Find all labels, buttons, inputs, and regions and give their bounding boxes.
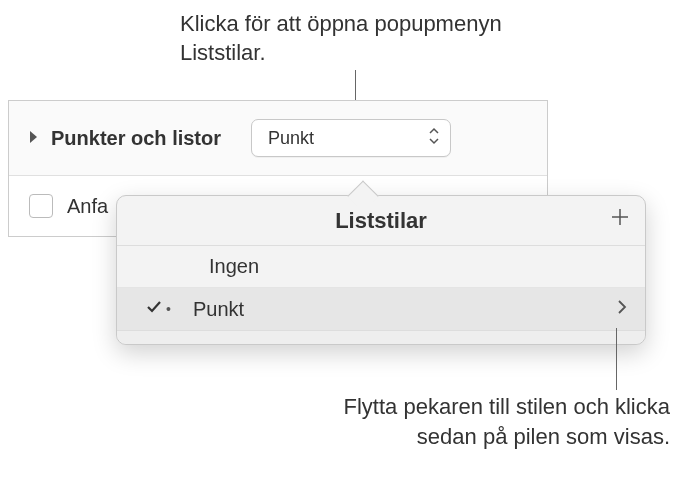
popover-footer	[117, 330, 645, 344]
chevron-up-down-icon	[428, 127, 440, 150]
list-item[interactable]: Ingen	[117, 246, 645, 288]
dropdown-value: Punkt	[268, 128, 314, 149]
callout-top: Klicka för att öppna popupmenyn Liststil…	[180, 10, 530, 67]
callout-bottom: Flytta pekaren till stilen och klicka se…	[290, 392, 670, 451]
list-style-dropdown[interactable]: Punkt	[251, 119, 451, 157]
chevron-right-icon[interactable]	[617, 299, 627, 320]
list-item[interactable]: • Punkt	[117, 288, 645, 330]
popover-list: Ingen • Punkt	[117, 246, 645, 330]
bullet-icon: •	[166, 301, 171, 317]
list-item-leading: •	[117, 299, 177, 320]
list-item-label: Punkt	[177, 298, 244, 321]
list-styles-popover: Liststilar Ingen • Punkt	[116, 195, 646, 345]
dropcap-label: Anfa	[67, 195, 108, 218]
bullets-lists-row: Punkter och listor Punkt	[9, 101, 547, 176]
popover-header: Liststilar	[117, 196, 645, 246]
checkmark-icon	[146, 299, 162, 320]
list-item-label: Ingen	[177, 255, 259, 278]
popover-title: Liststilar	[335, 208, 427, 234]
callout-line-bottom	[616, 328, 617, 390]
bullets-lists-label: Punkter och listor	[51, 127, 221, 150]
add-style-button[interactable]	[609, 206, 631, 232]
disclosure-triangle-icon[interactable]	[29, 130, 39, 147]
dropcap-checkbox[interactable]	[29, 194, 53, 218]
